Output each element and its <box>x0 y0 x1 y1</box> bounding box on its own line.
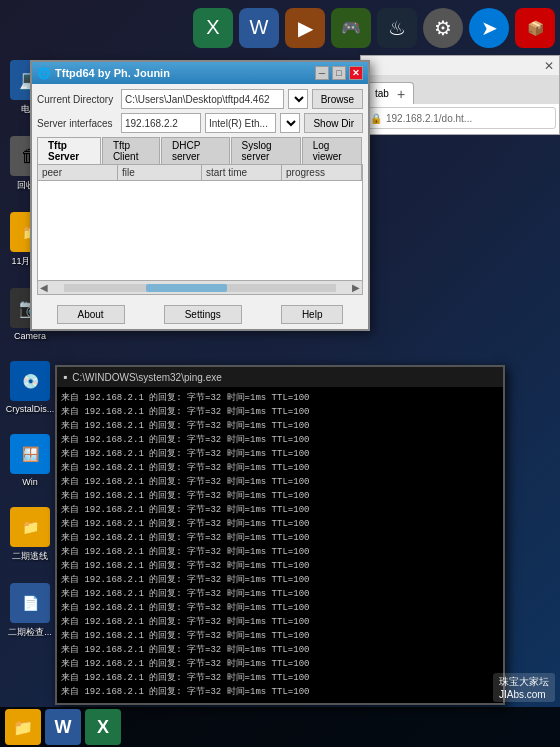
sidebar-item-crystal[interactable]: 💿 CrystalDis... <box>5 361 55 414</box>
browser-window: ✕ tab + 🔒 192.168.2.1/do.ht... <box>360 55 560 135</box>
cmd-line: 来自 192.168.2.1 的回复: 字节=32 时间=1ms TTL=100 <box>61 643 499 657</box>
cmd-line: 来自 192.168.2.1 的回复: 字节=32 时间=1ms TTL=100 <box>61 587 499 601</box>
taskbar-bottom: 📁 W X <box>0 707 560 747</box>
cmd-line: 来自 192.168.2.1 的回复: 字节=32 时间=1ms TTL=100 <box>61 475 499 489</box>
tab-dhcp-server[interactable]: DHCP server <box>161 137 230 164</box>
crystal-icon: 💿 <box>10 361 50 401</box>
browser-tab-bar: tab + <box>361 76 559 104</box>
cmd-line: 来自 192.168.2.1 的回复: 字节=32 时间=1ms TTL=100 <box>61 531 499 545</box>
cmd-line: 来自 192.168.2.1 的回复: 字节=32 时间=1ms TTL=100 <box>61 391 499 405</box>
tftp-title-text: Tftpd64 by Ph. Jounin <box>55 67 170 79</box>
bottom-buttons: About Settings Help <box>32 300 368 329</box>
cmd-line: 来自 192.168.2.1 的回复: 字节=32 时间=1ms TTL=100 <box>61 629 499 643</box>
browser-tab[interactable]: tab + <box>366 82 414 104</box>
cmd-line: 来自 192.168.2.1 的回复: 字节=32 时间=1ms TTL=100 <box>61 601 499 615</box>
second-icon: 📁 <box>10 507 50 547</box>
minimize-button[interactable]: ─ <box>315 66 329 80</box>
taskbar-top: X W ▶ 🎮 ♨ ⚙ ➤ 📦 <box>140 0 560 55</box>
cmd-line: 来自 192.168.2.1 的回复: 字节=32 时间=1ms TTL=100 <box>61 433 499 447</box>
settings-button[interactable]: Settings <box>164 305 242 324</box>
watermark-url: JIAbs.com <box>499 689 546 700</box>
address-text: 192.168.2.1/do.ht... <box>386 113 472 124</box>
about-button[interactable]: About <box>57 305 125 324</box>
taskbar-icon-game[interactable]: 🎮 <box>331 8 371 48</box>
taskbar-icon-settings[interactable]: ⚙ <box>423 8 463 48</box>
taskbar-bottom-file[interactable]: 📁 <box>5 709 41 745</box>
cmd-line: 来自 192.168.2.1 的回复: 字节=32 时间=1ms TTL=100 <box>61 419 499 433</box>
interfaces-dropdown[interactable]: ▼ <box>280 113 300 133</box>
tftp-title-icon: 🌐 <box>37 67 51 80</box>
cmd-line: 来自 192.168.2.1 的回复: 字节=32 时间=1ms TTL=100 <box>61 461 499 475</box>
report-icon: 📄 <box>10 583 50 623</box>
col-file: file <box>118 165 202 180</box>
lock-icon: 🔒 <box>370 113 382 124</box>
col-peer: peer <box>38 165 118 180</box>
second-label: 二期逃线 <box>12 550 48 563</box>
browse-button[interactable]: Browse <box>312 89 363 109</box>
sidebar-item-second[interactable]: 📁 二期逃线 <box>5 507 55 563</box>
scrollbar-thumb[interactable] <box>146 284 228 292</box>
tab-tftp-server[interactable]: Tftp Server <box>37 137 101 164</box>
sidebar-item-report[interactable]: 📄 二期检查... <box>5 583 55 639</box>
cmd-line: 来自 192.168.2.1 的回复: 字节=32 时间=1ms TTL=100 <box>61 405 499 419</box>
cmd-icon: ▪ <box>63 370 67 384</box>
tab-tftp-client[interactable]: Tftp Client <box>102 137 160 164</box>
cmd-line: 来自 192.168.2.1 的回复: 字节=32 时间=1ms TTL=100 <box>61 685 499 699</box>
new-tab-btn[interactable]: + <box>397 86 405 102</box>
cmd-line: 来自 192.168.2.1 的回复: 字节=32 时间=1ms TTL=100 <box>61 545 499 559</box>
close-button[interactable]: ✕ <box>349 66 363 80</box>
browser-tab-label: tab <box>375 88 389 99</box>
camera-label: Camera <box>14 331 46 341</box>
browser-address-bar[interactable]: 🔒 192.168.2.1/do.ht... <box>364 107 556 129</box>
tftp-tabs: Tftp Server Tftp Client DHCP server Sysl… <box>37 137 363 165</box>
col-start-time: start time <box>202 165 282 180</box>
scrollbar-track[interactable] <box>64 284 336 292</box>
server-interfaces-label: Server interfaces <box>37 118 117 129</box>
taskbar-icon-steam[interactable]: ♨ <box>377 8 417 48</box>
show-dir-button[interactable]: Show Dir <box>304 113 363 133</box>
cmd-content[interactable]: 来自 192.168.2.1 的回复: 字节=32 时间=1ms TTL=100… <box>57 387 503 703</box>
tab-syslog-server[interactable]: Syslog server <box>231 137 301 164</box>
taskbar-icon-arrow[interactable]: ➤ <box>469 8 509 48</box>
watermark: 珠宝大家坛 JIAbs.com <box>493 673 555 702</box>
taskbar-bottom-word[interactable]: W <box>45 709 81 745</box>
cmd-title-text: C:\WINDOWS\system32\ping.exe <box>72 372 221 383</box>
current-directory-input[interactable] <box>121 89 284 109</box>
watermark-site: 珠宝大家坛 <box>499 676 549 687</box>
taskbar-icon-video[interactable]: ▶ <box>285 8 325 48</box>
current-directory-row: Current Directory ▼ Browse <box>37 89 363 109</box>
win-icon: 🪟 <box>10 434 50 474</box>
horizontal-scrollbar[interactable]: ◀ ▶ <box>37 281 363 295</box>
cmd-window: ▪ C:\WINDOWS\system32\ping.exe 来自 192.16… <box>55 365 505 705</box>
cmd-line: 来自 192.168.2.1 的回复: 字节=32 时间=1ms TTL=100 <box>61 671 499 685</box>
browser-titlebar: ✕ <box>361 56 559 76</box>
col-progress: progress <box>282 165 362 180</box>
cmd-titlebar: ▪ C:\WINDOWS\system32\ping.exe <box>57 367 503 387</box>
taskbar-icon-zip[interactable]: 📦 <box>515 8 555 48</box>
table-header: peer file start time progress <box>37 165 363 181</box>
cmd-line: 来自 192.168.2.1 的回复: 字节=32 时间=1ms TTL=100 <box>61 559 499 573</box>
help-button[interactable]: Help <box>281 305 344 324</box>
cmd-line: 来自 192.168.2.1 的回复: 字节=32 时间=1ms TTL=100 <box>61 447 499 461</box>
tftp-titlebar: 🌐 Tftpd64 by Ph. Jounin ─ □ ✕ <box>32 62 368 84</box>
cmd-line: 来自 192.168.2.1 的回复: 字节=32 时间=1ms TTL=100 <box>61 503 499 517</box>
titlebar-buttons: ─ □ ✕ <box>315 66 363 80</box>
taskbar-bottom-excel[interactable]: X <box>85 709 121 745</box>
cmd-line: 来自 192.168.2.1 的回复: 字节=32 时间=1ms TTL=100 <box>61 573 499 587</box>
cmd-line: 来自 192.168.2.1 的回复: 字节=32 时间=1ms TTL=100 <box>61 615 499 629</box>
report-label: 二期检查... <box>8 626 52 639</box>
tftp-content: Current Directory ▼ Browse Server interf… <box>32 84 368 300</box>
taskbar-icon-excel[interactable]: X <box>193 8 233 48</box>
sidebar-item-win[interactable]: 🪟 Win <box>5 434 55 487</box>
tab-log-viewer[interactable]: Log viewer <box>302 137 362 164</box>
directory-dropdown[interactable]: ▼ <box>288 89 308 109</box>
server-interfaces-detail[interactable] <box>205 113 276 133</box>
taskbar-icon-word[interactable]: W <box>239 8 279 48</box>
server-interfaces-input[interactable] <box>121 113 201 133</box>
maximize-button[interactable]: □ <box>332 66 346 80</box>
cmd-line: 来自 192.168.2.1 的回复: 字节=32 时间=1ms TTL=100 <box>61 517 499 531</box>
win-label: Win <box>22 477 38 487</box>
browser-close-btn[interactable]: ✕ <box>544 59 554 73</box>
tftp-window: 🌐 Tftpd64 by Ph. Jounin ─ □ ✕ Current Di… <box>30 60 370 331</box>
cmd-line: 来自 192.168.2.1 的回复: 字节=32 时间=1ms TTL=100 <box>61 489 499 503</box>
